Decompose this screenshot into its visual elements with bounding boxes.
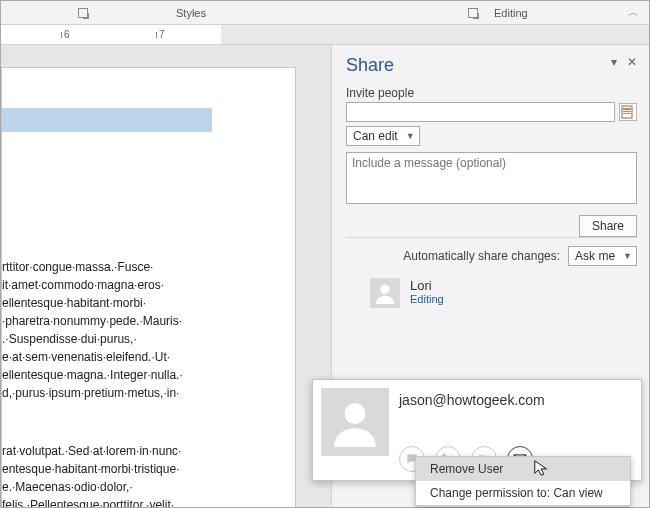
avatar-icon — [321, 388, 389, 456]
document-area[interactable]: rttitor·congue·massa.·Fusce· it·amet·com… — [1, 45, 331, 507]
editing-group-label: Editing — [486, 7, 556, 19]
document-paragraph[interactable]: rttitor·congue·massa.·Fusce· it·amet·com… — [2, 258, 292, 402]
invite-people-input[interactable] — [346, 102, 615, 122]
ruler-margin-area — [221, 25, 649, 44]
pane-close-icon[interactable]: ✕ — [627, 55, 637, 69]
svg-point-4 — [380, 285, 389, 294]
document-page[interactable]: rttitor·congue·massa.·Fusce· it·amet·com… — [1, 67, 296, 507]
auto-share-label: Automatically share changes: — [403, 249, 560, 263]
divider — [346, 237, 637, 238]
address-book-icon[interactable] — [619, 103, 637, 121]
text-selection-highlight — [2, 108, 212, 132]
context-menu-change-permission[interactable]: Change permission to: Can view — [416, 481, 630, 505]
document-paragraph[interactable]: rat·volutpat.·Sed·at·lorem·in·nunc· ente… — [2, 442, 292, 507]
share-pane-title: Share — [346, 55, 637, 76]
paragraph-group-launcher[interactable] — [1, 8, 96, 18]
ribbon-bar: Styles Editing ︿ — [1, 1, 649, 25]
svg-rect-1 — [623, 108, 631, 110]
svg-rect-2 — [623, 111, 631, 112]
permission-dropdown-value: Can edit — [353, 129, 398, 143]
share-button[interactable]: Share — [579, 215, 637, 237]
horizontal-ruler[interactable]: 6 7 — [1, 25, 649, 45]
ruler-tick: 7 — [156, 25, 165, 44]
avatar-icon — [370, 278, 400, 308]
auto-share-dropdown[interactable]: Ask me ▼ — [568, 246, 637, 266]
pane-dropdown-icon[interactable]: ▾ — [611, 55, 617, 69]
message-textarea[interactable] — [346, 152, 637, 204]
svg-point-5 — [345, 403, 366, 424]
context-menu: Remove User Change permission to: Can vi… — [415, 456, 631, 506]
shared-user-row[interactable]: Lori Editing — [370, 278, 637, 308]
ruler-tick: 6 — [61, 25, 70, 44]
chevron-down-icon: ▼ — [406, 131, 415, 141]
contact-email: jason@howtogeek.com — [399, 392, 545, 408]
user-name: Lori — [410, 278, 444, 293]
share-pane: ▾ ✕ Share Invite people Can edit ▼ Share… — [331, 45, 649, 507]
styles-group-launcher[interactable] — [286, 8, 486, 18]
permission-dropdown[interactable]: Can edit ▼ — [346, 126, 420, 146]
svg-rect-3 — [623, 113, 631, 114]
chevron-down-icon: ▼ — [623, 251, 632, 261]
styles-group-label: Styles — [96, 7, 286, 19]
invite-people-label: Invite people — [346, 86, 637, 100]
context-menu-remove-user[interactable]: Remove User — [416, 457, 630, 481]
collapse-ribbon-chevron-icon[interactable]: ︿ — [556, 5, 649, 20]
user-status: Editing — [410, 293, 444, 305]
auto-share-dropdown-value: Ask me — [575, 249, 615, 263]
